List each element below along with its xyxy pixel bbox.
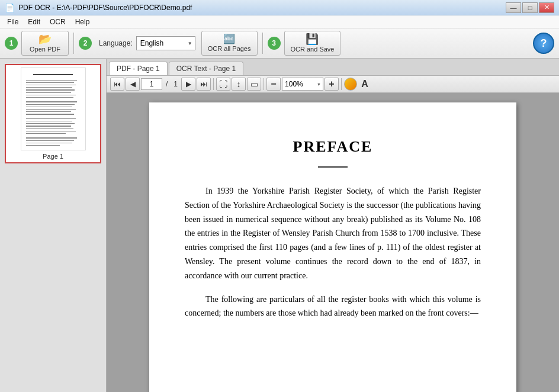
doc-paragraph-2: The following are particulars of all the… <box>185 293 481 321</box>
thumb-image <box>21 68 86 150</box>
current-page-input[interactable] <box>141 78 162 90</box>
language-select[interactable]: English French German Spanish <box>136 36 195 50</box>
help-button[interactable]: ? <box>533 33 554 54</box>
menu-ocr[interactable]: OCR <box>45 17 70 27</box>
tab-pdf[interactable]: PDF - Page 1 <box>109 62 168 75</box>
thumb-content <box>21 68 85 150</box>
main-layout: Page 1 PDF - Page 1 OCR Text - Page 1 ⏮ … <box>0 59 559 392</box>
page-separator: / <box>166 80 168 88</box>
doc-title: PREFACE <box>185 138 481 156</box>
doc-divider <box>318 166 348 168</box>
view-toolbar: ⏮ ◀ / 1 ▶ ⏭ ⛶ ↕ ▭ − 50% 75% 100% 125% 15… <box>107 75 559 93</box>
ocr-all-label: OCR all Pages <box>208 45 251 52</box>
step3-indicator: 3 <box>268 37 281 50</box>
maximize-button[interactable]: □ <box>522 2 538 13</box>
first-page-button[interactable]: ⏮ <box>110 78 124 91</box>
app-icon: 📄 <box>5 3 15 12</box>
page-thumbnail-label: Page 1 <box>43 153 63 160</box>
ocr-save-button[interactable]: 💾 OCR and Save <box>284 31 341 56</box>
title-bar-controls: — □ ✕ <box>506 2 554 13</box>
document-view[interactable]: PREFACE In 1939 the Yorkshire Parish Reg… <box>107 93 559 392</box>
tab-ocr[interactable]: OCR Text - Page 1 <box>169 62 244 75</box>
step1-indicator: 1 <box>5 37 18 50</box>
content-area: PDF - Page 1 OCR Text - Page 1 ⏮ ◀ / 1 ▶… <box>107 59 559 392</box>
menu-help[interactable]: Help <box>70 17 95 27</box>
prev-page-button[interactable]: ◀ <box>126 78 140 91</box>
close-button[interactable]: ✕ <box>539 2 554 13</box>
ocr-save-icon: 💾 <box>306 34 319 44</box>
toolbar: 1 📂 Open PDF 2 Language: English French … <box>0 28 559 59</box>
zoom-select-wrap: 50% 75% 100% 125% 150% 200% <box>282 78 323 91</box>
zoom-in-button[interactable]: + <box>325 78 339 91</box>
language-label: Language: <box>99 39 133 47</box>
total-pages: 1 <box>174 80 178 88</box>
fit-height-button[interactable]: ↕ <box>232 78 246 91</box>
vt-sep-3 <box>341 78 342 90</box>
open-pdf-label: Open PDF <box>30 46 60 53</box>
language-area: Language: English French German Spanish <box>99 36 195 50</box>
menu-edit[interactable]: Edit <box>23 17 45 27</box>
menu-bar: File Edit OCR Help <box>0 15 559 28</box>
title-bar: 📄 PDF OCR - E:\A-PDF\PDF\Source\PDFOCR\D… <box>0 0 559 15</box>
sidebar: Page 1 <box>0 59 107 392</box>
next-page-button[interactable]: ▶ <box>181 78 195 91</box>
tabs: PDF - Page 1 OCR Text - Page 1 <box>107 59 559 75</box>
fit-width-button[interactable]: ⛶ <box>216 78 230 91</box>
last-page-button[interactable]: ⏭ <box>197 78 211 91</box>
toolbar-sep-2 <box>262 33 263 54</box>
fit-page-button[interactable]: ▭ <box>247 78 261 91</box>
document-page: PREFACE In 1939 the Yorkshire Parish Reg… <box>149 102 516 392</box>
open-pdf-icon: 📂 <box>38 34 52 44</box>
color-picker-button[interactable] <box>344 78 357 91</box>
language-select-wrap: English French German Spanish <box>136 36 195 50</box>
toolbar-sep-1 <box>73 33 74 54</box>
step2-indicator: 2 <box>79 37 92 50</box>
ocr-save-label: OCR and Save <box>291 46 335 53</box>
vt-sep-2 <box>264 78 264 90</box>
ocr-all-pages-button[interactable]: 🔤 OCR all Pages <box>201 31 258 56</box>
menu-file[interactable]: File <box>2 17 23 27</box>
ocr-all-icon: 🔤 <box>223 34 235 44</box>
font-button[interactable]: A <box>358 78 371 91</box>
vt-sep-1 <box>213 78 214 90</box>
title-bar-text: PDF OCR - E:\A-PDF\PDF\Source\PDFOCR\Dem… <box>18 4 192 12</box>
doc-paragraph-1: In 1939 the Yorkshire Parish Register So… <box>185 184 481 283</box>
page-thumbnail-1[interactable]: Page 1 <box>5 64 101 163</box>
zoom-select[interactable]: 50% 75% 100% 125% 150% 200% <box>282 78 323 91</box>
minimize-button[interactable]: — <box>506 2 521 13</box>
zoom-out-button[interactable]: − <box>266 78 281 91</box>
open-pdf-button[interactable]: 📂 Open PDF <box>21 31 69 56</box>
